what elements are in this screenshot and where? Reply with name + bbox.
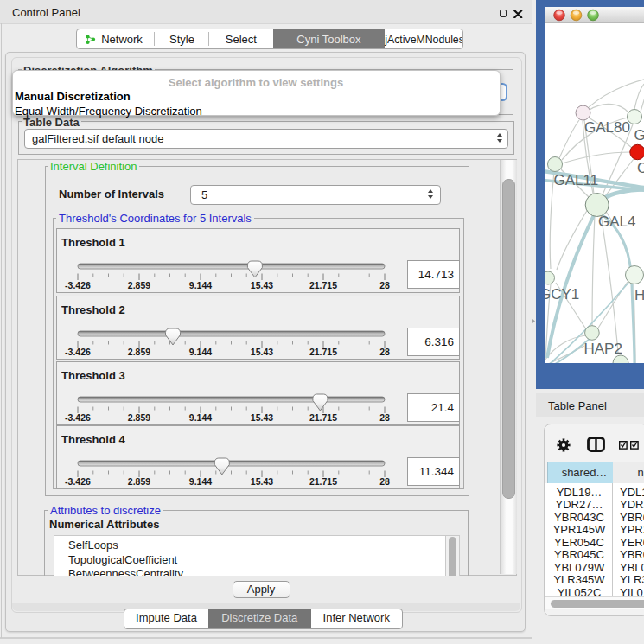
svg-text:GAL80: GAL80 <box>584 119 630 136</box>
svg-text:H: H <box>634 287 644 303</box>
svg-text:HAP2: HAP2 <box>584 341 622 357</box>
svg-text:GA: GA <box>634 127 644 143</box>
svg-text:GAL11: GAL11 <box>554 172 599 188</box>
svg-text:GAL4: GAL4 <box>598 214 635 230</box>
svg-text:C: C <box>637 160 644 176</box>
